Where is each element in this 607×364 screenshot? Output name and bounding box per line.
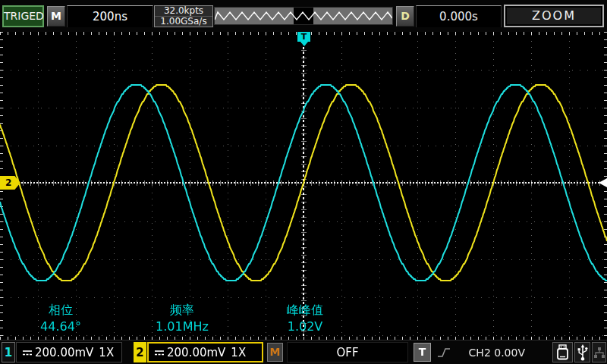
ch2-probe: 1X [231,346,246,359]
math-button[interactable]: M [267,343,283,362]
trigger-level-arrow-icon[interactable] [599,178,607,187]
ch1-settings[interactable]: 200.00mV 1X [16,342,122,362]
measurement-phase: 相位 44.64° [14,302,108,335]
timebase-readout: 200ns [67,5,153,27]
memory-depth: 32.0kpts [155,6,212,17]
menu-button[interactable]: M [47,6,65,27]
oscilloscope-screen: { "colors": { "ch1": "#1ee0e0", "ch2": "… [0,0,607,364]
trigger-source-level: CH2 0.00V [469,347,525,359]
measurement-value: 1.02V [258,318,352,335]
bottom-status-bar: 1 200.00mV 1X 2 200.00mV 1X M OFF T CH2 … [0,340,607,364]
rising-edge-icon [437,347,451,359]
waveform-preview-strip[interactable] [214,7,393,25]
measurement-value: 44.64° [14,318,108,335]
measurement-frequency: 频率 1.01MHz [135,302,229,335]
ch2-scale: 200.00mV [167,346,225,359]
dc-coupling-icon [22,349,33,356]
preview-zigzag-icon [215,8,392,24]
waveform-canvas [0,32,607,340]
ch2-badge[interactable]: 2 [134,342,146,362]
top-status-bar: TRIGED M 200ns 32.0kpts 1.00GSa/s D 0.00… [0,0,607,32]
sample-rate: 1.00GSa/s [155,17,212,27]
trigger-settings[interactable]: CH2 0.00V [432,342,533,362]
display-button[interactable]: D [396,6,414,27]
ch1-badge[interactable]: 1 [2,342,15,362]
trigger-status-badge: TRIGED [2,5,44,27]
measurement-label: 相位 [14,302,108,318]
waveform-display: T 2 相位 44.64° 频率 1.01MHz 峰峰值 1.02V [0,32,607,340]
lan-status [592,342,606,362]
ch1-scale: 200.00mV [35,346,93,359]
measurement-label: 峰峰值 [258,302,352,318]
trigger-menu-button[interactable]: T [414,343,431,362]
lan-icon [593,347,605,359]
measurement-label: 频率 [135,302,229,318]
acquisition-readout: 32.0kpts 1.00GSa/s [154,5,213,27]
usb-drive-status [552,342,573,362]
ch2-settings[interactable]: 200.00mV 1X [147,342,263,362]
horizontal-delay-readout: 0.000s [416,5,502,27]
math-status[interactable]: OFF [287,342,408,362]
dc-coupling-icon [154,349,165,356]
zoom-button[interactable]: ZOOM [504,5,604,27]
measurement-value: 1.01MHz [135,318,229,335]
usb-device-status [574,342,590,362]
measurement-peak-to-peak: 峰峰值 1.02V [258,302,352,335]
usb-icon [577,344,588,361]
ch1-probe: 1X [99,346,114,359]
usb-drive-icon [556,344,569,360]
trigger-position-marker[interactable]: T [297,32,310,42]
